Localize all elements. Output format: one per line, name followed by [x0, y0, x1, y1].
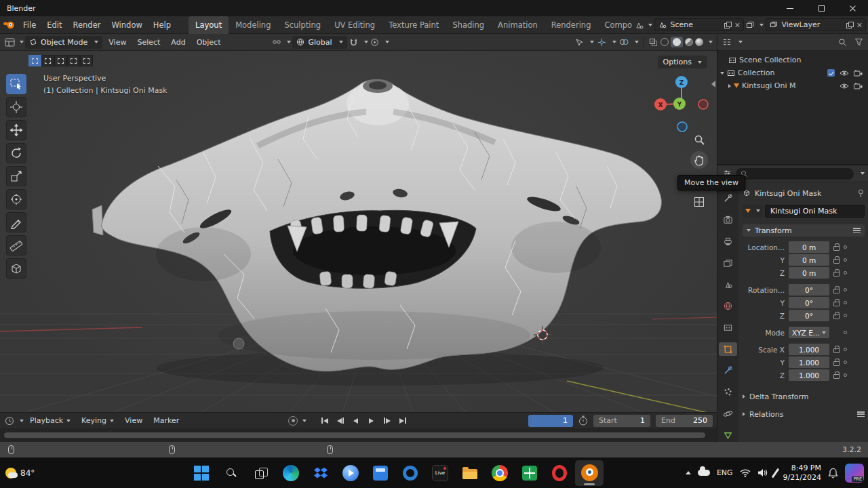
onedrive-icon[interactable]	[698, 470, 710, 476]
taskbar-blender[interactable]	[575, 460, 604, 486]
volume-icon[interactable]	[757, 468, 768, 477]
taskbar-store[interactable]	[366, 460, 395, 486]
tab-tool[interactable]	[719, 192, 737, 205]
menu-object[interactable]: Object	[192, 34, 226, 51]
tab-physics[interactable]	[719, 407, 737, 421]
expand-icon[interactable]	[728, 84, 731, 88]
workspace-tab-animation[interactable]: Animation	[491, 16, 545, 34]
auto-keying-button[interactable]	[288, 416, 298, 426]
workspace-tab-sculpting[interactable]: Sculpting	[277, 16, 328, 34]
maximize-button[interactable]	[806, 0, 837, 16]
taskbar-browser-blue[interactable]	[396, 460, 425, 486]
next-keyframe-button[interactable]	[380, 415, 394, 426]
tab-modifiers[interactable]	[719, 364, 737, 378]
tool-add-cube[interactable]	[6, 258, 26, 279]
menu-view[interactable]: View	[104, 34, 131, 51]
taskbar-edge[interactable]	[277, 460, 305, 486]
preview-build-badge[interactable]: PRE	[845, 464, 864, 483]
menu-keying[interactable]: Keying	[77, 412, 119, 429]
tab-collection-props[interactable]	[719, 321, 737, 335]
lock-icon[interactable]	[833, 374, 840, 379]
menu-window[interactable]: Window	[106, 16, 147, 34]
scale-y-field[interactable]: 1.000	[789, 357, 829, 368]
rotation-y-field[interactable]: 0°	[789, 297, 829, 308]
move-view-button[interactable]	[690, 151, 708, 169]
zoom-view-button[interactable]	[690, 131, 708, 148]
scale-x-field[interactable]: 1.000	[789, 344, 829, 355]
gizmos-icon[interactable]	[596, 37, 607, 47]
tab-scene[interactable]	[719, 278, 737, 291]
gizmo-x-neg[interactable]	[698, 100, 708, 109]
menu-marker[interactable]: Marker	[149, 412, 184, 429]
tool-cursor[interactable]	[6, 97, 26, 117]
panel-menu-icon[interactable]	[853, 228, 861, 233]
timeline-editor-icon[interactable]	[4, 415, 15, 426]
taskbar-media-app[interactable]	[336, 460, 365, 486]
workspace-tab-shading[interactable]: Shading	[446, 16, 491, 34]
jump-to-start-button[interactable]	[317, 415, 332, 426]
jump-to-end-button[interactable]	[395, 415, 410, 426]
lock-icon[interactable]	[833, 259, 840, 264]
end-frame-field[interactable]: End250	[656, 415, 713, 427]
blender-logo-icon[interactable]	[0, 20, 18, 30]
tool-move[interactable]	[6, 120, 26, 140]
orientation-dropdown[interactable]: Global	[292, 36, 347, 49]
navigation-gizmo[interactable]: Z X Y	[654, 70, 711, 135]
stopwatch-icon[interactable]	[578, 415, 588, 426]
animate-dot[interactable]	[844, 331, 847, 334]
lock-icon[interactable]	[833, 302, 840, 306]
editor-type-icon[interactable]	[4, 37, 15, 47]
delta-transform-panel[interactable]: Delta Transform	[743, 390, 865, 403]
xray-toggle-icon[interactable]	[648, 37, 658, 47]
menu-select[interactable]: Select	[132, 34, 165, 51]
lock-icon[interactable]	[833, 361, 840, 366]
shading-rendered-icon[interactable]	[695, 38, 703, 46]
shading-solid-active[interactable]	[671, 37, 683, 47]
show-object-types-icon[interactable]	[574, 37, 585, 47]
overlays-icon[interactable]	[618, 37, 629, 47]
workspace-tab-modeling[interactable]: Modeling	[229, 16, 277, 34]
hide-eye-icon[interactable]	[840, 70, 849, 77]
weather-widget[interactable]: 84°	[5, 468, 35, 479]
options-button[interactable]: Options	[658, 56, 707, 68]
properties-search-input[interactable]	[736, 168, 854, 180]
select-mode-invert[interactable]	[67, 55, 80, 66]
scene-selector[interactable]: Scene	[654, 18, 744, 31]
object-id-dropdown[interactable]	[743, 205, 763, 218]
rotation-mode-dropdown[interactable]: XYZ E...	[789, 327, 829, 338]
tab-output[interactable]	[719, 235, 737, 249]
browse-scene-button[interactable]	[635, 21, 652, 29]
close-button[interactable]	[837, 0, 868, 16]
snap-icon[interactable]	[349, 37, 359, 47]
taskbar-file-explorer[interactable]	[456, 460, 484, 486]
tab-render[interactable]	[719, 214, 737, 227]
select-mode-set[interactable]	[28, 55, 41, 66]
tab-world[interactable]	[719, 300, 737, 313]
taskbar-live-app[interactable]: Live	[426, 460, 454, 486]
gizmo-z-neg[interactable]	[677, 122, 687, 131]
tray-expand-icon[interactable]	[686, 471, 691, 474]
task-view-button[interactable]	[247, 460, 275, 486]
animate-dot[interactable]	[844, 314, 847, 317]
transform-panel-header[interactable]: Transform	[743, 224, 865, 237]
object-name-field[interactable]: Kintsugi Oni Mask	[765, 205, 865, 218]
tool-annotate[interactable]	[6, 212, 26, 232]
select-mode-subtract[interactable]	[54, 55, 67, 66]
render-visibility-icon[interactable]	[854, 70, 863, 77]
filter-caret[interactable]	[861, 172, 865, 175]
menu-edit[interactable]: Edit	[41, 16, 67, 34]
workspace-tab-rendering[interactable]: Rendering	[545, 16, 598, 34]
sidebar-toggle[interactable]	[711, 81, 715, 87]
start-button[interactable]	[187, 460, 216, 486]
render-visibility-icon[interactable]	[854, 83, 863, 89]
animate-dot[interactable]	[844, 373, 847, 377]
shading-material-icon[interactable]	[685, 38, 693, 46]
tool-measure[interactable]	[6, 235, 26, 256]
oni-mask-model[interactable]	[0, 51, 717, 412]
scene-unlink-icon[interactable]	[734, 22, 740, 28]
taskbar-sheets-app[interactable]	[515, 460, 544, 486]
current-frame-field[interactable]: 1	[528, 415, 573, 427]
menu-file[interactable]: File	[18, 16, 41, 34]
language-indicator[interactable]: ENG	[717, 468, 733, 477]
tab-view-layer[interactable]	[719, 256, 737, 270]
